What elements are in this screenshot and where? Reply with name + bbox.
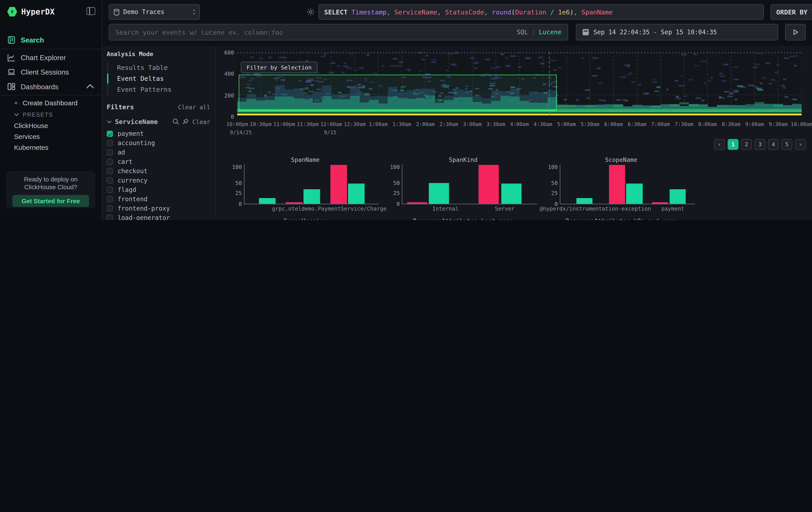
mini-chart-spanname[interactable]: SpanName02550100grpc.oteldemo.PaymentSer… [226,156,384,213]
heatmap-xtick: 9:00am [745,121,764,127]
filter-option-accounting[interactable]: accounting [107,138,210,148]
heatmap-xtick: 2:00am [416,121,435,127]
sidebar-item-chart-explorer[interactable]: Chart Explorer [0,50,102,65]
order-by-input[interactable]: ORDER BY Timestamp DESC [771,4,812,20]
page-next-button[interactable]: › [795,139,806,150]
sidebar-item-search[interactable]: Search [0,32,102,48]
heatmap-xtick: 4:30am [533,121,552,127]
filter-option-cart[interactable]: cart [107,157,210,166]
page-button-4[interactable]: 4 [768,139,779,150]
mini-chart-resourceattributes-k8s-pod-name[interactable]: ResourceAttributes.k8s.pod.name02550100p… [542,217,700,220]
checkbox[interactable] [107,215,113,220]
chevron-up-icon[interactable] [86,82,94,90]
filter-option-payment[interactable]: payment [107,129,210,138]
filter-by-selection-button[interactable]: Filter by Selection [241,62,317,73]
heatmap-xtick: 10:00am [791,121,812,127]
lucene-search-input[interactable]: Search your events w/ Lucene ex. column:… [109,24,568,41]
checkbox[interactable] [107,168,113,174]
checkbox[interactable] [107,159,113,165]
heatmap-xtick: 6:30am [628,121,646,127]
preset-kubernetes[interactable]: Kubernetes [0,142,102,153]
source-select-value: Demo Traces [123,8,164,16]
heatmap-date-label: 9/15 [324,130,337,135]
filter-option-ad[interactable]: ad [107,148,210,157]
filter-option-label: accounting [118,140,155,147]
select-chevrons-icon: ▴▾ [193,8,195,16]
chart-title: SpanKind [384,156,542,163]
clear-all-button[interactable]: Clear all [178,104,210,111]
mini-chart-spankind[interactable]: SpanKind02550100InternalServer [384,156,542,213]
filter-option-checkout[interactable]: checkout [107,166,210,176]
lucene-toggle[interactable]: Lucene [539,28,561,36]
heatmap-xtick: 3:30am [487,121,505,127]
sidebar-item-label: Client Sessions [21,68,69,76]
preset-services[interactable]: Services [0,131,102,142]
sql-select-input[interactable]: SELECT Timestamp, ServiceName, StatusCod… [318,4,764,20]
calendar-icon [583,29,589,35]
gear-icon[interactable] [307,8,315,16]
language-toggle[interactable]: SQL | Lucene [517,28,561,36]
preset-clickhouse[interactable]: ClickHouse [0,120,102,131]
mode-event-deltas[interactable]: Event Deltas [108,73,210,84]
chart-icon [7,53,16,62]
create-dashboard-button[interactable]: +Create Dashboard [0,97,102,109]
page-button-1[interactable]: 1 [727,139,738,150]
clickhouse-promo-card: Ready to deploy on ClickHouse Cloud? Get… [6,171,95,209]
run-query-button[interactable] [785,24,806,41]
chart-ytick: 0 [238,200,242,207]
mini-chart-scopename[interactable]: ScopeName02550100@hyperdx/instrumentatio… [542,156,700,213]
app-logo[interactable]: HyperDX [7,7,55,17]
heatmap-selection[interactable] [239,75,556,110]
checkbox[interactable] [107,205,113,212]
sidebar-collapse-icon[interactable] [86,7,95,15]
filter-option-label: currency [118,177,148,184]
duration-heatmap[interactable]: Filter by Selection [237,52,802,116]
checkbox[interactable] [107,140,113,146]
chevron-down-icon[interactable] [107,120,112,123]
heatmap-ytick: 0 [221,113,234,120]
filter-option-flagd[interactable]: flagd [107,185,210,194]
mode-results-table[interactable]: Results Table [108,62,210,73]
sql-toggle[interactable]: SQL [517,28,528,36]
chart-ytick: 0 [397,200,400,207]
app-window: HyperDX SearchChart ExplorerClient Sessi… [0,0,812,220]
filter-option-frontend[interactable]: frontend [107,194,210,204]
checkbox[interactable] [107,131,113,137]
checkbox[interactable] [107,150,113,156]
checkbox[interactable] [107,196,113,202]
chart-ytick: 25 [551,190,558,196]
search-icon[interactable] [173,118,179,125]
heatmap-xtick: 10:00pm [226,121,248,127]
filter-option-load-generator[interactable]: load-generator [107,213,210,220]
mode-event-patterns[interactable]: Event Patterns [108,84,210,95]
checkbox[interactable] [107,187,113,193]
heatmap-ytick: 200 [221,92,234,99]
filter-section-name[interactable]: ServiceName [115,118,158,126]
chart-bar [303,189,320,204]
database-icon [113,8,120,15]
page-button-2[interactable]: 2 [741,139,752,150]
presets-toggle[interactable]: PRESETS [0,109,102,120]
page-button-3[interactable]: 3 [754,139,765,150]
chart-bar [669,189,686,204]
filter-option-currency[interactable]: currency [107,176,210,185]
chart-plot: 02550100@hyperdx/instrumentation-excepti… [560,164,695,204]
pagination: ‹12345› [714,139,806,150]
date-range-picker[interactable]: Sep 14 22:04:35 - Sep 15 10:04:35 [576,24,778,41]
heatmap-xtick: 11:00pm [273,121,295,127]
page-button-5[interactable]: 5 [782,139,792,150]
filter-option-label: ad [118,149,125,156]
checkbox[interactable] [107,178,113,184]
source-select[interactable]: Demo Traces ▴▾ [109,4,200,20]
presets-label: PRESETS [23,111,53,118]
page-prev-button[interactable]: ‹ [714,139,725,150]
get-started-button[interactable]: Get Started for Free [12,195,89,207]
filter-option-frontend-proxy[interactable]: frontend-proxy [107,204,210,213]
mini-chart-resourceattributes-host-name[interactable]: ResourceAttributes.host.name02550100paym… [384,217,542,220]
sidebar-item-dashboards[interactable]: Dashboards [0,79,102,94]
mini-chart-scopeversion[interactable]: ScopeVersion025501000.1.00.51.1 [226,217,384,220]
clear-section-button[interactable]: Clear [192,118,210,125]
pin-icon[interactable] [182,118,189,125]
sidebar-item-label: Search [21,36,44,44]
sidebar-item-client-sessions[interactable]: Client Sessions [0,65,102,79]
